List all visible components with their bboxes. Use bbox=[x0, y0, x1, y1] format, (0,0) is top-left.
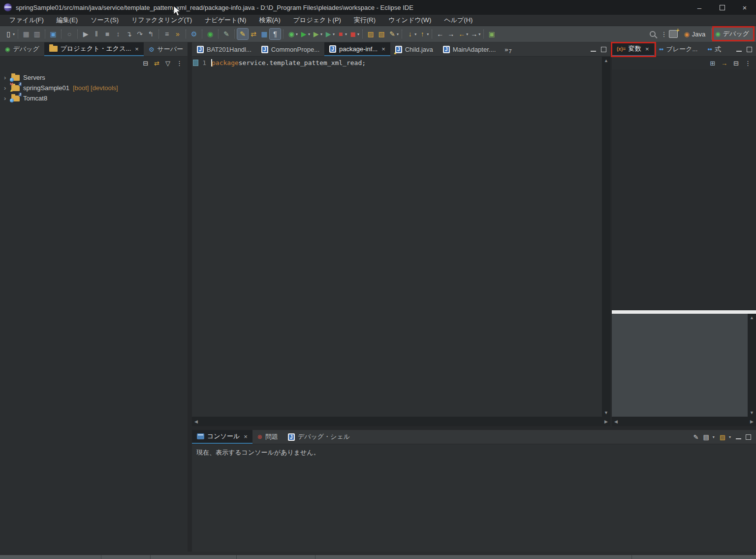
menu-source[interactable]: ソース(S) bbox=[84, 16, 125, 25]
terminate-relaunch-icon[interactable]: ◼ bbox=[347, 29, 358, 39]
profile-run-icon[interactable]: ▶ bbox=[323, 29, 334, 39]
collapse-all-icon[interactable]: ⊟ bbox=[733, 60, 739, 67]
mark-occurrences-icon[interactable]: ✎ bbox=[237, 29, 248, 39]
detail-pane-sash[interactable] bbox=[612, 310, 756, 314]
variables-detail-pane[interactable] bbox=[612, 314, 748, 417]
scroll-left-icon[interactable]: ◀ bbox=[194, 418, 198, 426]
dropdown-caret[interactable]: ▾ bbox=[713, 435, 715, 439]
tree-item-springsample01[interactable]: › M J ▲ springSample01 [boot] [devtools] bbox=[0, 83, 188, 93]
dropdown-caret[interactable]: ▾ bbox=[729, 435, 731, 439]
suspend-icon[interactable]: ‖ bbox=[91, 29, 102, 39]
scroll-down-icon[interactable]: ▼ bbox=[750, 409, 754, 417]
dropdown-caret[interactable]: ▾ bbox=[333, 32, 335, 36]
expander-icon[interactable]: › bbox=[4, 74, 8, 81]
menu-navigate[interactable]: ナビゲート(N) bbox=[198, 16, 252, 25]
forward-icon[interactable]: → bbox=[469, 29, 479, 39]
toolbar-overflow-dots[interactable]: ⋮ bbox=[661, 31, 667, 38]
maximize-view-icon[interactable] bbox=[747, 47, 752, 52]
dropdown-caret[interactable]: ▾ bbox=[296, 32, 298, 36]
link-with-editor-icon[interactable]: ⇄ bbox=[154, 60, 159, 67]
open-perspective-icon[interactable] bbox=[669, 30, 678, 38]
search-torch-icon[interactable]: ✎ bbox=[387, 29, 398, 39]
close-icon[interactable]: × bbox=[381, 45, 385, 53]
search-disabled-icon[interactable]: ○ bbox=[64, 29, 75, 39]
menu-search[interactable]: 検索(A) bbox=[252, 16, 286, 25]
tab-expressions-view[interactable]: ●● 式 bbox=[702, 42, 726, 56]
show-logical-structure-icon[interactable]: ⊞ bbox=[710, 60, 715, 67]
menu-project[interactable]: プロジェクト(P) bbox=[287, 16, 347, 25]
save-icon[interactable]: ▦ bbox=[21, 29, 32, 39]
scroll-down-icon[interactable]: ▼ bbox=[604, 409, 608, 417]
show-whitespace-icon[interactable]: ¶ bbox=[270, 29, 281, 39]
editor-vertical-scrollbar[interactable]: ▲ ▼ bbox=[602, 57, 610, 417]
close-icon[interactable]: × bbox=[244, 433, 248, 440]
editor-horizontal-scrollbar[interactable]: ◀ ▶ bbox=[192, 417, 610, 426]
open-console-icon[interactable]: ▨ bbox=[720, 433, 725, 441]
tab-servers-view[interactable]: ⚙ サーバー bbox=[144, 42, 188, 56]
editor-tab-bat201handl[interactable]: BAT201Handl... bbox=[192, 42, 256, 56]
expander-icon[interactable]: › bbox=[4, 84, 8, 92]
detail-horizontal-scrollbar[interactable]: ◀ ▶ bbox=[612, 417, 756, 426]
scroll-up-icon[interactable]: ▲ bbox=[604, 57, 608, 65]
perspective-debug-button[interactable]: ◉ デバッグ bbox=[711, 28, 753, 40]
maximize-view-icon[interactable] bbox=[601, 47, 606, 52]
terminate-red-icon[interactable]: ■ bbox=[335, 29, 346, 39]
maximize-button[interactable] bbox=[711, 0, 733, 15]
tree-item-tomcat8[interactable]: › J Tomcat8 bbox=[0, 93, 188, 103]
go-to-last-edit-icon[interactable]: ↑ bbox=[417, 29, 428, 39]
menu-edit[interactable]: 編集(E) bbox=[50, 16, 84, 25]
run-icon[interactable]: ▶ bbox=[298, 29, 309, 39]
new-wizard-icon[interactable]: ▯ bbox=[3, 29, 14, 39]
open-resource-icon[interactable]: ▧ bbox=[376, 29, 387, 39]
tab-debug-shell-view[interactable]: デバッグ・シェル bbox=[283, 430, 355, 444]
open-console-blue-icon[interactable]: ▣ bbox=[48, 29, 59, 39]
menu-run[interactable]: 実行(R) bbox=[347, 16, 382, 25]
dropdown-caret[interactable]: ▾ bbox=[466, 32, 468, 36]
disconnect-icon[interactable]: ↕ bbox=[113, 29, 124, 39]
step-over-icon[interactable]: ↷ bbox=[134, 29, 145, 39]
search-icon[interactable] bbox=[650, 31, 656, 37]
back-yellow-icon[interactable]: ← bbox=[456, 29, 467, 39]
perspective-java-button[interactable]: ◉ Java bbox=[680, 29, 709, 40]
settings-gear-icon[interactable]: ⚙ bbox=[189, 29, 199, 39]
editor-tab-package-info[interactable]: package-inf... × bbox=[324, 42, 390, 56]
resume-icon[interactable]: ▶ bbox=[80, 29, 91, 39]
dropdown-caret[interactable]: ▾ bbox=[427, 32, 429, 36]
dropdown-caret[interactable]: ▾ bbox=[478, 32, 480, 36]
step-into-icon[interactable]: ↴ bbox=[124, 29, 134, 39]
save-all-icon[interactable]: ▥ bbox=[32, 29, 42, 39]
detail-vertical-scrollbar[interactable]: ▲ ▼ bbox=[748, 314, 756, 417]
use-step-filters-icon[interactable]: » bbox=[172, 29, 183, 39]
view-menu-icon[interactable]: ⋮ bbox=[176, 60, 183, 67]
close-icon[interactable]: × bbox=[135, 45, 139, 53]
vertical-sash[interactable] bbox=[188, 42, 192, 552]
dropdown-caret[interactable]: ▾ bbox=[308, 32, 310, 36]
scroll-left-icon[interactable]: ◀ bbox=[614, 418, 618, 426]
smart-insert-icon[interactable]: ✎ bbox=[221, 29, 232, 39]
tab-project-explorer[interactable]: プロジェクト・エクス... × bbox=[44, 42, 144, 56]
code-editor[interactable]: 1 package service.template_pattem_xml_re… bbox=[192, 57, 602, 417]
last-edit-location-icon[interactable]: ↓ bbox=[405, 29, 415, 39]
open-type-icon[interactable]: ▨ bbox=[365, 29, 376, 39]
menu-file[interactable]: ファイル(F) bbox=[3, 16, 50, 25]
power-icon[interactable]: ◉ bbox=[205, 29, 216, 39]
minimize-button[interactable]: – bbox=[688, 0, 711, 15]
tab-debug-view[interactable]: ◉ デバッグ bbox=[0, 42, 44, 56]
debug-launch-icon[interactable]: ◉ bbox=[286, 29, 297, 39]
tab-variables-view[interactable]: (x)= 変数 × bbox=[612, 42, 654, 56]
step-return-icon[interactable]: ↰ bbox=[145, 29, 156, 39]
scroll-up-icon[interactable]: ▲ bbox=[750, 314, 754, 322]
scroll-right-icon[interactable]: ▶ bbox=[604, 418, 608, 426]
minimize-view-icon[interactable] bbox=[591, 47, 596, 52]
view-menu-icon[interactable]: ⋮ bbox=[745, 60, 751, 67]
display-console-icon[interactable]: ▤ bbox=[703, 433, 709, 441]
tab-problems-view[interactable]: ⊗ 問題 bbox=[252, 430, 283, 444]
dropdown-caret[interactable]: ▾ bbox=[414, 32, 416, 36]
link-pages-icon[interactable]: ⇄ bbox=[248, 29, 259, 39]
tree-item-servers[interactable]: › Servers bbox=[0, 72, 188, 83]
minimize-view-icon[interactable] bbox=[736, 47, 742, 52]
back-history-icon[interactable]: ← bbox=[435, 29, 445, 39]
terminate-icon[interactable]: ■ bbox=[102, 29, 113, 39]
dropdown-caret[interactable]: ▾ bbox=[357, 32, 359, 36]
editor-tab-child-java[interactable]: ▲ Child.java bbox=[390, 42, 438, 56]
